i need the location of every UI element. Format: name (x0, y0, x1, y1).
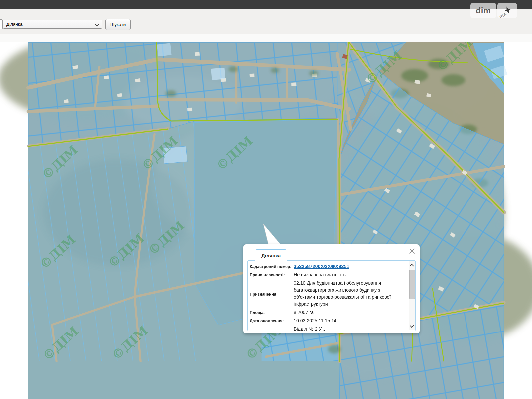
toolbar-substrip (0, 34, 532, 42)
parcel-details-panel: Кадастровий номер: 3522587200:02:000:925… (247, 260, 416, 331)
cadastral-number-link[interactable]: 3522587200:02:000:9251 (294, 264, 349, 269)
scroll-up-icon[interactable] (409, 262, 415, 269)
satellite-map: ©ДІМ ©ДІМ ©ДІМ ©ДІМ ©ДІМ ©ДІМ ©ДІМ ©ДІМ … (0, 42, 532, 399)
tab-dilyanka[interactable]: Ділянка (255, 249, 287, 261)
map-canvas[interactable]: ©ДІМ ©ДІМ ©ДІМ ©ДІМ ©ДІМ ©ДІМ ©ДІМ ©ДІМ … (0, 42, 532, 399)
scroll-down-icon[interactable] (409, 322, 415, 330)
scrollbar-thumb[interactable] (409, 270, 415, 299)
cadastral-map-app: ©ДІМ ©ДІМ ©ДІМ ©ДІМ ©ДІМ ©ДІМ ©ДІМ ©ДІМ … (0, 0, 532, 399)
search-input[interactable] (0, 19, 3, 29)
dim-logo: dim (470, 3, 496, 18)
ria-logo: RIA (497, 3, 517, 18)
browser-top-bar (0, 0, 532, 9)
search-type-select[interactable]: Ділянка (3, 20, 102, 29)
parcel-info-popup: Ділянка Кадастровий номер: 3522587200:02… (243, 244, 420, 333)
brand-watermark-badge: dim RIA (470, 3, 517, 18)
detail-row-office-clipped: Відділ № 2 У... (250, 325, 407, 331)
detail-row-updated: Дата оновлення: 10.03.2025 11:15:14 (250, 317, 407, 325)
close-icon[interactable] (409, 248, 415, 254)
detail-row-purpose: Призначення: 02.10 Для будівництва і обс… (250, 279, 407, 308)
detail-row-cadastral-number: Кадастровий номер: 3522587200:02:000:925… (250, 262, 407, 271)
popup-scrollbar[interactable] (409, 261, 415, 330)
search-toolbar: Ділянка Шукати (0, 9, 532, 34)
chevron-down-icon (95, 22, 99, 26)
detail-row-area: Площа: 8.2007 га (250, 308, 407, 317)
search-type-value: Ділянка (6, 22, 23, 27)
popup-pointer (259, 222, 283, 245)
search-button[interactable]: Шукати (105, 19, 131, 30)
detail-row-ownership: Право власності: Не визначена власність (250, 271, 407, 279)
